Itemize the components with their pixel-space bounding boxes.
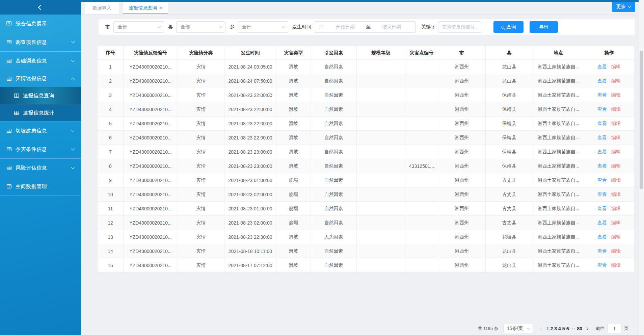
cell-no: 10 xyxy=(98,187,124,202)
cell-no: 6 xyxy=(98,131,124,145)
chevron-left-icon xyxy=(38,5,43,10)
table-icon xyxy=(6,128,12,134)
view-link[interactable]: 查看 xyxy=(597,92,607,98)
view-link[interactable]: 查看 xyxy=(597,163,607,169)
edit-link[interactable]: 编辑 xyxy=(611,206,621,211)
scrollbar-thumb[interactable] xyxy=(640,51,643,189)
cell-time: 2021-08-23 22:00:00 xyxy=(224,102,276,117)
township-select[interactable]: 全部 xyxy=(238,21,288,33)
view-link[interactable]: 查看 xyxy=(597,78,607,83)
chevron-up-icon xyxy=(71,77,75,81)
column-header: 灾险情分类 xyxy=(178,46,224,60)
main-area: 数据导入速报信息查询× 更多 市 全部 县 全部 乡 全部 发生时间 开始日期 … xyxy=(81,0,644,335)
cell-category: 灾情 xyxy=(178,216,224,230)
page-number-4[interactable]: 4 xyxy=(558,326,561,331)
sidebar-item-label: 综合信息展示 xyxy=(16,21,74,27)
page-size-select[interactable]: 15条/页 xyxy=(503,324,533,333)
export-button[interactable]: 导出 xyxy=(530,21,558,33)
edit-link[interactable]: 编辑 xyxy=(611,135,621,140)
sidebar-item-report-query[interactable]: 速报信息查询 xyxy=(0,87,81,104)
cell-operations: 查看编辑 xyxy=(584,131,634,145)
edit-link[interactable]: 编辑 xyxy=(611,191,621,197)
cell-city: 湘西州 xyxy=(438,74,486,88)
tab-report-query[interactable]: 速报信息查询× xyxy=(123,2,168,14)
page-number-3[interactable]: 3 xyxy=(554,326,557,331)
sidebar-item-risk-assessment[interactable]: 风险评估信息 xyxy=(0,159,81,177)
sidebar-item-label: 基础调查信息 xyxy=(16,58,72,64)
cell-time: 2021-08-23 01:00:00 xyxy=(224,202,276,216)
sidebar-item-survey-project[interactable]: 调查项目信息 xyxy=(0,33,81,52)
cell-scale xyxy=(357,187,405,202)
more-pages-indicator[interactable]: ··· xyxy=(570,326,575,331)
page-number-2[interactable]: 2 xyxy=(550,326,553,331)
edit-link[interactable]: 编辑 xyxy=(611,121,621,126)
view-link[interactable]: 查看 xyxy=(597,121,607,126)
sidebar-item-spatial-data[interactable]: 空间数据管理 xyxy=(0,177,81,196)
sidebar-item-basic-survey[interactable]: 基础调查信息 xyxy=(0,52,81,70)
city-select[interactable]: 全部 xyxy=(113,21,164,33)
close-icon[interactable]: × xyxy=(160,6,163,10)
edit-link[interactable]: 编辑 xyxy=(611,163,621,169)
cell-county: 花垣县 xyxy=(486,230,533,244)
prev-page-button[interactable] xyxy=(538,328,546,330)
sidebar-item-report-stats[interactable]: 速报信息统计 xyxy=(0,104,81,122)
end-date-placeholder: 结束日期 xyxy=(371,24,412,30)
view-link[interactable]: 查看 xyxy=(597,220,607,225)
cell-operations: 查看编辑 xyxy=(584,173,634,187)
edit-link[interactable]: 编辑 xyxy=(611,234,621,239)
tab-data-import[interactable]: 数据导入 xyxy=(85,2,119,14)
table-row: 14YZD43000020210...灾情2021-08-18 10:11:00… xyxy=(98,244,634,258)
view-link[interactable]: 查看 xyxy=(597,149,607,154)
cell-point_code xyxy=(405,88,438,102)
township-label: 乡 xyxy=(230,24,234,30)
sidebar-item-slope-housing[interactable]: 切坡建房信息 xyxy=(0,122,81,140)
view-link[interactable]: 查看 xyxy=(597,206,607,211)
page-number-1[interactable]: 1 xyxy=(546,326,549,331)
view-link[interactable]: 查看 xyxy=(597,177,607,183)
page-number-80[interactable]: 80 xyxy=(577,326,582,331)
date-range-picker[interactable]: 开始日期 至 结束日期 xyxy=(314,21,416,33)
view-link[interactable]: 查看 xyxy=(597,191,607,197)
county-select[interactable]: 全部 xyxy=(176,21,225,33)
keyword-input[interactable] xyxy=(438,21,481,33)
view-link[interactable]: 查看 xyxy=(597,106,607,112)
edit-link[interactable]: 编辑 xyxy=(611,262,621,268)
sidebar-item-overview[interactable]: 综合信息展示 xyxy=(0,15,81,33)
more-button[interactable]: 更多 xyxy=(612,2,635,12)
sidebar-item-label: 速报信息查询 xyxy=(23,93,74,99)
table-icon xyxy=(14,110,19,116)
table-row: 8YZD43000020210...灾情2021-08-23 23:00:00滑… xyxy=(98,159,634,173)
cell-type: 崩塌 xyxy=(276,216,311,230)
edit-link[interactable]: 编辑 xyxy=(611,106,621,112)
table-row: 1YZD43000020210...灾情2021-08-24 09:05:00滑… xyxy=(98,60,634,74)
view-link[interactable]: 查看 xyxy=(597,135,607,140)
cell-no: 13 xyxy=(98,230,124,244)
edit-link[interactable]: 编辑 xyxy=(611,220,621,225)
sidebar-item-hazard-condition[interactable]: 孕灾条件信息 xyxy=(0,140,81,159)
view-link[interactable]: 查看 xyxy=(597,64,607,69)
cell-factor: 自然因素 xyxy=(311,88,357,102)
view-link[interactable]: 查看 xyxy=(597,234,607,239)
cell-category: 灾情 xyxy=(178,230,224,244)
page-number-6[interactable]: 6 xyxy=(566,326,569,331)
view-link[interactable]: 查看 xyxy=(597,248,607,254)
cell-city: 湘西州 xyxy=(438,258,486,273)
edit-link[interactable]: 编辑 xyxy=(611,149,621,154)
edit-link[interactable]: 编辑 xyxy=(611,92,621,98)
time-label: 发生时间 xyxy=(292,24,311,30)
goto-page-input[interactable] xyxy=(607,324,621,333)
edit-link[interactable]: 编辑 xyxy=(611,78,621,83)
cell-category: 灾情 xyxy=(178,102,224,117)
edit-link[interactable]: 编辑 xyxy=(611,177,621,183)
cell-operations: 查看编辑 xyxy=(584,230,634,244)
page-number-5[interactable]: 5 xyxy=(562,326,565,331)
next-page-button[interactable] xyxy=(583,328,590,330)
edit-link[interactable]: 编辑 xyxy=(611,64,621,69)
edit-link[interactable]: 编辑 xyxy=(611,248,621,254)
search-button[interactable]: 查询 xyxy=(493,21,524,33)
view-link[interactable]: 查看 xyxy=(597,262,607,268)
sidebar-item-label: 切坡建房信息 xyxy=(16,128,72,134)
cell-category: 灾情 xyxy=(178,187,224,202)
sidebar-item-disaster-report[interactable]: 灾情速报信息 xyxy=(0,70,81,87)
collapse-sidebar-button[interactable] xyxy=(0,0,81,15)
